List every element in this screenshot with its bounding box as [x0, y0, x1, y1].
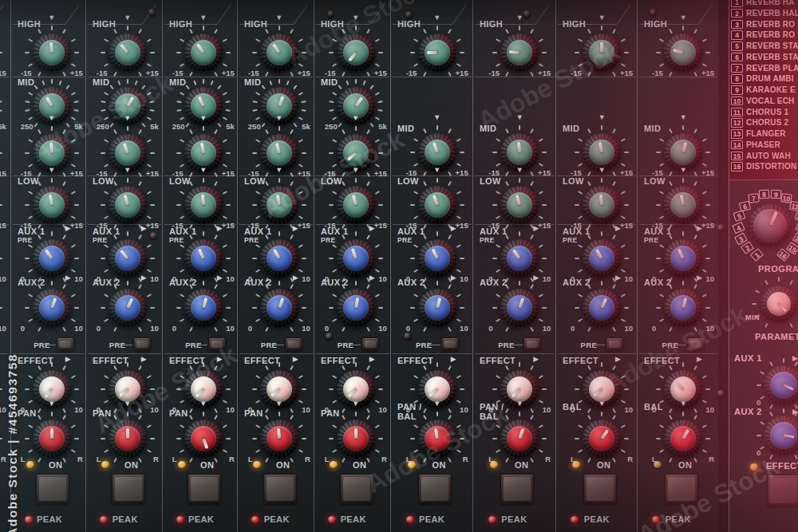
knob-tick	[180, 38, 184, 42]
knob-tick	[423, 284, 427, 289]
pan-knob[interactable]: ▼LR	[490, 409, 549, 468]
aux2-knob[interactable]: ▶010	[0, 278, 5, 337]
aux2-knob[interactable]: ▶010	[654, 278, 713, 337]
knob-tick	[496, 191, 500, 195]
knob-tick	[693, 29, 697, 33]
pre-button[interactable]	[133, 337, 151, 351]
on-button[interactable]	[263, 474, 297, 504]
master-effect-button[interactable]	[767, 475, 798, 506]
low-knob[interactable]: ▼-15+15	[326, 175, 385, 234]
low-knob[interactable]: ▼-15+15	[22, 175, 81, 234]
knob-tick	[460, 258, 464, 259]
aux2-knob-body	[664, 289, 702, 327]
parameter-knob[interactable]	[749, 274, 798, 333]
knob-tick	[290, 458, 294, 463]
knob-tick	[222, 269, 227, 273]
pan-knob[interactable]: ▼LR	[326, 409, 385, 468]
pan-knob[interactable]: ▼LR	[0, 409, 5, 468]
high-knob[interactable]: ▼-15+15	[98, 23, 157, 82]
on-button[interactable]	[112, 474, 145, 504]
on-button[interactable]	[500, 474, 534, 504]
pre-connector-line	[274, 345, 283, 345]
high-knob[interactable]: ▼-15+15	[174, 23, 233, 82]
nominal-marker-icon: ▶	[141, 356, 147, 363]
low-knob[interactable]: ▼-15+15	[174, 175, 233, 234]
pan-knob[interactable]: ▼LR	[408, 409, 467, 468]
low-knob[interactable]: ▼-15+15	[250, 175, 309, 234]
knob-tick	[138, 365, 142, 370]
aux2-knob[interactable]: ▶010	[174, 278, 233, 337]
pan-knob[interactable]: ▼LR	[174, 409, 233, 468]
high-knob[interactable]: ▼-15+15	[250, 23, 309, 82]
pan-knob[interactable]: ▼LR	[22, 409, 81, 468]
aux2-knob[interactable]: ▶010	[490, 278, 549, 337]
knob-tick	[542, 204, 547, 206]
pre-button[interactable]	[208, 337, 226, 351]
pre-button[interactable]	[57, 337, 74, 351]
knob-tick	[70, 449, 75, 453]
knob-tick	[70, 244, 75, 248]
high-knob[interactable]: ▼-15+15	[0, 23, 5, 82]
knob-tick	[705, 204, 710, 206]
pan-knob[interactable]: ▼LR	[98, 409, 157, 468]
high-knob[interactable]: ▼-15+15	[408, 23, 467, 82]
pre-button[interactable]	[361, 337, 379, 351]
knob-tick	[693, 415, 697, 420]
aux2-knob[interactable]: ▶010	[572, 278, 631, 337]
screw	[148, 9, 156, 16]
pre-button[interactable]	[606, 337, 623, 351]
knob-tick	[109, 85, 113, 89]
knob-tick	[342, 72, 346, 77]
pointer-line	[202, 438, 208, 449]
high-knob[interactable]: ▼-15+15	[572, 23, 631, 82]
peak-led	[328, 516, 336, 523]
knob-tick	[519, 26, 520, 30]
pre-button[interactable]	[441, 337, 459, 351]
knob-tick	[180, 191, 184, 195]
knob-tick	[492, 438, 497, 439]
low-knob[interactable]: ▼-15+15	[0, 175, 5, 234]
on-button[interactable]	[340, 474, 373, 504]
knob-tick	[757, 384, 761, 386]
on-button[interactable]	[665, 474, 698, 504]
on-button[interactable]	[188, 474, 221, 504]
aux2-knob-cap	[115, 295, 140, 321]
pan-knob[interactable]: ▼LR	[654, 409, 713, 468]
aux2-knob[interactable]: ▶010	[408, 278, 467, 337]
aux2-knob[interactable]: ▶010	[250, 278, 309, 337]
pan-knob[interactable]: ▼LR	[572, 409, 631, 468]
high-knob[interactable]: ▼-15+15	[490, 23, 549, 82]
knob-tick	[410, 258, 415, 259]
aux2-knob[interactable]: ▶010	[98, 278, 157, 337]
pre-button[interactable]	[687, 337, 705, 351]
knob-tick	[147, 318, 152, 322]
master-aux1-knob-cap	[770, 372, 796, 398]
low-knob[interactable]: ▼-15+15	[408, 175, 467, 234]
on-label: ON	[124, 460, 138, 470]
low-knob-body	[184, 186, 223, 224]
low-knob[interactable]: ▼-15+15	[98, 175, 157, 234]
nominal-marker-icon: ▶	[533, 225, 539, 232]
range-max-label: 10	[460, 324, 468, 333]
knob-tick	[410, 438, 415, 439]
low-knob[interactable]: ▼-15+15	[490, 175, 549, 234]
pointer-line	[778, 303, 788, 313]
on-button[interactable]	[418, 474, 452, 504]
pre-button[interactable]	[523, 337, 541, 351]
knob-tick	[496, 38, 500, 42]
high-knob[interactable]: ▼-15+15	[22, 23, 81, 82]
on-button[interactable]	[583, 474, 617, 504]
low-knob[interactable]: ▼-15+15	[654, 175, 713, 234]
low-knob[interactable]: ▼-15+15	[572, 175, 631, 234]
range-min-label: 0	[652, 324, 656, 333]
pre-button[interactable]	[285, 337, 302, 351]
strip-section-line	[0, 353, 9, 354]
aux2-knob[interactable]: ▶010	[22, 278, 81, 337]
high-knob[interactable]: ▼-15+15	[326, 23, 385, 82]
knob-tick	[519, 178, 520, 183]
program-knob[interactable]	[749, 204, 792, 247]
high-knob[interactable]: ▼-15+15	[654, 23, 713, 82]
pan-knob[interactable]: ▼LR	[250, 409, 309, 468]
on-button[interactable]	[36, 474, 69, 504]
aux2-knob[interactable]: ▶010	[326, 278, 385, 337]
